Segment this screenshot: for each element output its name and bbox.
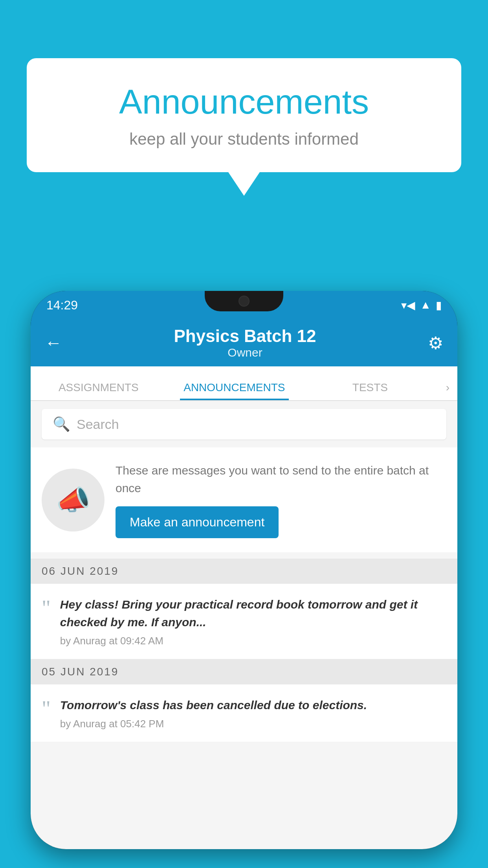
header-center: Physics Batch 12 Owner <box>174 326 316 359</box>
cta-card: 📣 These are messages you want to send to… <box>31 447 457 552</box>
cta-description: These are messages you want to send to t… <box>116 462 446 497</box>
speech-bubble-title: Announcements <box>58 82 430 122</box>
announcement-text-2: Tomorrow's class has been cancelled due … <box>60 696 446 714</box>
screen-content: 🔍 Search 📣 These are messages you want t… <box>31 401 457 849</box>
wifi-icon: ▾◀ <box>401 299 415 312</box>
quote-icon-1: " <box>42 597 51 619</box>
date-separator-2: 05 JUN 2019 <box>31 659 457 684</box>
speech-bubble: Announcements keep all your students inf… <box>27 58 461 172</box>
gear-button[interactable]: ⚙ <box>428 333 443 353</box>
announcement-item-2: " Tomorrow's class has been cancelled du… <box>31 684 457 742</box>
phone-camera <box>238 296 250 307</box>
make-announcement-button[interactable]: Make an announcement <box>116 506 279 538</box>
megaphone-icon: 📣 <box>56 484 90 516</box>
tab-announcements[interactable]: ANNOUNCEMENTS <box>167 381 303 400</box>
speech-bubble-container: Announcements keep all your students inf… <box>27 58 461 196</box>
announcement-meta-2: by Anurag at 05:42 PM <box>60 718 446 730</box>
status-icons: ▾◀ ▲ ▮ <box>401 299 442 312</box>
quote-icon-2: " <box>42 698 51 720</box>
battery-icon: ▮ <box>436 299 442 312</box>
tab-tests[interactable]: TESTS <box>302 381 438 400</box>
header-title: Physics Batch 12 <box>174 326 316 346</box>
announcement-meta-1: by Anurag at 09:42 AM <box>60 635 446 647</box>
search-bar[interactable]: 🔍 Search <box>42 409 446 440</box>
announcement-content-2: Tomorrow's class has been cancelled due … <box>60 696 446 730</box>
phone-frame: 14:29 ▾◀ ▲ ▮ ← Physics Batch 12 Owner ⚙ … <box>31 291 457 849</box>
phone-notch <box>205 291 283 311</box>
phone-container: 14:29 ▾◀ ▲ ▮ ← Physics Batch 12 Owner ⚙ … <box>31 291 457 849</box>
cta-icon-circle: 📣 <box>42 469 105 531</box>
announcement-content-1: Hey class! Bring your practical record b… <box>60 596 446 647</box>
cta-right: These are messages you want to send to t… <box>116 462 446 538</box>
tab-more[interactable]: › <box>438 381 457 400</box>
tabs-container: ASSIGNMENTS ANNOUNCEMENTS TESTS › <box>31 366 457 401</box>
status-time: 14:29 <box>46 298 78 313</box>
speech-bubble-subtitle: keep all your students informed <box>58 130 430 149</box>
signal-icon: ▲ <box>420 299 431 311</box>
back-button[interactable]: ← <box>45 333 62 353</box>
announcement-text-1: Hey class! Bring your practical record b… <box>60 596 446 631</box>
search-icon: 🔍 <box>53 416 70 432</box>
announcement-item-1: " Hey class! Bring your practical record… <box>31 584 457 659</box>
header-subtitle: Owner <box>174 346 316 359</box>
tab-assignments[interactable]: ASSIGNMENTS <box>31 381 167 400</box>
speech-bubble-arrow <box>228 172 260 196</box>
date-separator-1: 06 JUN 2019 <box>31 559 457 584</box>
app-header: ← Physics Batch 12 Owner ⚙ <box>31 319 457 366</box>
search-placeholder: Search <box>77 417 119 432</box>
